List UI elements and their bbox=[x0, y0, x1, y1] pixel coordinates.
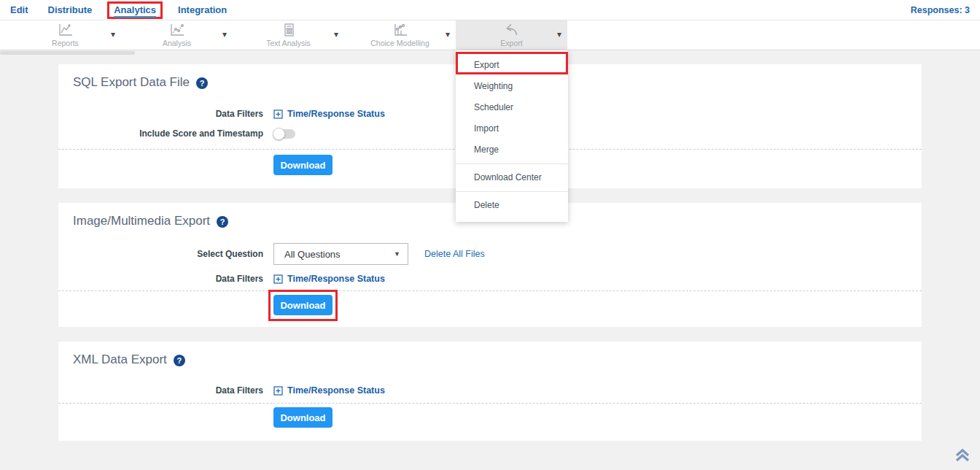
delete-all-files-link[interactable]: Delete All Files bbox=[424, 249, 485, 259]
toolbar-label-reports: Reports bbox=[52, 39, 79, 47]
menu-item-download-center[interactable]: Download Center bbox=[456, 167, 568, 188]
select-question-row: Select Question All Questions ▼ Delete A… bbox=[58, 243, 922, 265]
menu-divider bbox=[456, 163, 568, 164]
document-icon bbox=[282, 23, 295, 37]
nav-tab-distribute[interactable]: Distribute bbox=[48, 4, 93, 15]
multimedia-download-button[interactable]: Download bbox=[273, 295, 332, 315]
xml-download-button[interactable]: Download bbox=[273, 407, 332, 428]
nav-tab-analytics-annotation-box[interactable]: Analytics bbox=[107, 1, 163, 19]
xml-export-title-row: XML Data Export ? bbox=[58, 342, 922, 368]
help-icon[interactable]: ? bbox=[174, 355, 185, 366]
time-response-status-label: Time/Response Status bbox=[287, 385, 385, 396]
responses-count[interactable]: Responses: 3 bbox=[911, 5, 970, 15]
toolbar-label-export: Export bbox=[500, 39, 522, 47]
scroll-to-top-button[interactable] bbox=[954, 448, 971, 466]
menu-item-delete[interactable]: Delete bbox=[456, 195, 568, 216]
chevron-down-icon[interactable]: ▾ bbox=[222, 30, 227, 39]
menu-item-import[interactable]: Import bbox=[456, 118, 568, 139]
section-title: XML Data Export bbox=[73, 352, 167, 367]
toggle-knob[interactable] bbox=[273, 128, 285, 140]
toolbar-label-text-analysis: Text Analysis bbox=[266, 39, 311, 47]
data-filters-label: Data Filters bbox=[58, 109, 263, 119]
line-chart-icon bbox=[58, 23, 74, 37]
menu-item-scheduler[interactable]: Scheduler bbox=[456, 97, 568, 118]
scatter-chart-icon bbox=[169, 23, 185, 37]
dashed-divider bbox=[58, 403, 922, 404]
export-reply-arrow-icon bbox=[504, 23, 520, 37]
time-response-status-label: Time/Response Status bbox=[287, 109, 385, 119]
question-select-value: All Questions bbox=[284, 249, 341, 260]
section-title: Image/Multimedia Export bbox=[73, 214, 210, 228]
expand-plus-icon[interactable] bbox=[273, 386, 283, 396]
chevron-down-icon[interactable]: ▾ bbox=[557, 30, 561, 39]
toolbar-label-analysis: Analysis bbox=[163, 39, 191, 47]
export-dropdown-menu: Export Weighting Scheduler Import Merge … bbox=[456, 50, 568, 222]
toolbar-group-analysis[interactable]: Analysis ▾ bbox=[121, 20, 233, 50]
toolbar-group-export[interactable]: Export ▾ bbox=[456, 20, 567, 50]
menu-item-weighting[interactable]: Weighting bbox=[456, 76, 568, 97]
data-filters-row: Data Filters Time/Response Status bbox=[58, 274, 922, 284]
chevron-down-icon[interactable]: ▾ bbox=[111, 30, 115, 39]
horizontal-scrollbar[interactable] bbox=[0, 51, 135, 55]
help-icon[interactable]: ? bbox=[217, 216, 228, 228]
menu-divider bbox=[456, 191, 568, 192]
menu-item-merge[interactable]: Merge bbox=[456, 139, 568, 161]
data-filters-label: Data Filters bbox=[58, 385, 263, 396]
question-select[interactable]: All Questions ▼ bbox=[273, 243, 408, 265]
nav-tab-integration[interactable]: Integration bbox=[178, 4, 227, 15]
expand-plus-icon[interactable] bbox=[273, 109, 283, 119]
toolbar-group-choice-modelling[interactable]: Choice Modelling ▾ bbox=[344, 20, 456, 50]
select-question-label: Select Question bbox=[58, 249, 263, 259]
time-response-status-link[interactable]: Time/Response Status bbox=[273, 274, 385, 284]
section-title: SQL Export Data File bbox=[73, 75, 190, 90]
time-response-status-label: Time/Response Status bbox=[287, 274, 385, 284]
data-filters-label: Data Filters bbox=[58, 274, 263, 284]
menu-item-export[interactable]: Export bbox=[456, 55, 568, 76]
nav-tab-analytics[interactable]: Analytics bbox=[114, 4, 156, 18]
select-caret-icon: ▼ bbox=[394, 250, 400, 258]
include-score-toggle[interactable] bbox=[273, 129, 295, 139]
toolbar-group-text-analysis[interactable]: Text Analysis ▾ bbox=[233, 20, 344, 50]
time-response-status-link[interactable]: Time/Response Status bbox=[273, 385, 385, 396]
dashed-divider bbox=[58, 290, 922, 291]
toolbar-label-choice-modelling: Choice Modelling bbox=[370, 39, 429, 47]
top-navbar: Edit Distribute Analytics Integration Re… bbox=[0, 0, 980, 20]
chevron-down-icon[interactable]: ▾ bbox=[334, 30, 338, 39]
data-filters-row: Data Filters Time/Response Status bbox=[58, 385, 922, 396]
include-score-label: Include Score and Timestamp bbox=[58, 128, 263, 139]
time-response-status-link[interactable]: Time/Response Status bbox=[273, 109, 385, 119]
nav-tab-edit[interactable]: Edit bbox=[10, 4, 28, 15]
analytics-toolbar: Reports ▾ Analysis ▾ Text Analysis ▾ bbox=[0, 20, 980, 50]
help-icon[interactable]: ? bbox=[196, 77, 208, 89]
chevron-down-icon[interactable]: ▾ bbox=[446, 30, 450, 39]
choice-modelling-chart-icon bbox=[392, 23, 408, 37]
double-chevron-up-icon bbox=[954, 448, 971, 463]
expand-plus-icon[interactable] bbox=[273, 274, 283, 284]
toolbar-group-reports[interactable]: Reports ▾ bbox=[9, 20, 121, 50]
xml-export-card: XML Data Export ? Data Filters Time/Resp… bbox=[58, 342, 922, 441]
sql-download-button[interactable]: Download bbox=[273, 155, 332, 175]
